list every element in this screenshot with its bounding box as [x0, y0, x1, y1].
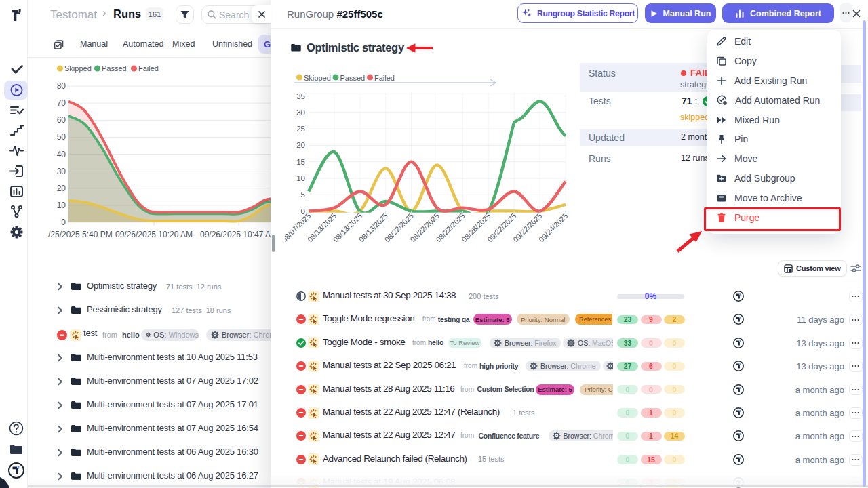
svg-text:50: 50 [57, 132, 66, 142]
svg-text:Passed: Passed [102, 64, 127, 73]
svg-text:10: 10 [57, 201, 66, 210]
svg-text:09/26/2025 10:20 AM: 09/26/2025 10:20 AM [115, 230, 193, 239]
svg-text:70: 70 [57, 98, 66, 108]
svg-text:Skipped: Skipped [64, 64, 92, 73]
svg-text:10: 10 [296, 174, 305, 182]
svg-text:5: 5 [301, 190, 305, 199]
svg-text:09/26/2025 10:47 AM: 09/26/2025 10:47 AM [200, 230, 275, 239]
svg-text:15: 15 [296, 158, 305, 166]
svg-text:Passed: Passed [340, 74, 366, 82]
svg-text:20: 20 [296, 141, 305, 149]
svg-text:25: 25 [296, 125, 305, 133]
svg-text:/25/2025 5:40 PM: /25/2025 5:40 PM [48, 230, 113, 239]
svg-text:30: 30 [57, 167, 66, 176]
svg-text:40: 40 [57, 150, 66, 159]
svg-text:Failed: Failed [374, 74, 395, 82]
svg-text:35: 35 [296, 92, 305, 100]
svg-text:80: 80 [57, 81, 66, 91]
svg-text:Failed: Failed [138, 64, 159, 73]
svg-text:Skipped: Skipped [304, 74, 331, 82]
svg-text:60: 60 [57, 115, 66, 125]
svg-text:20: 20 [57, 184, 66, 193]
svg-text:30: 30 [296, 108, 305, 117]
svg-text:0: 0 [61, 218, 66, 227]
